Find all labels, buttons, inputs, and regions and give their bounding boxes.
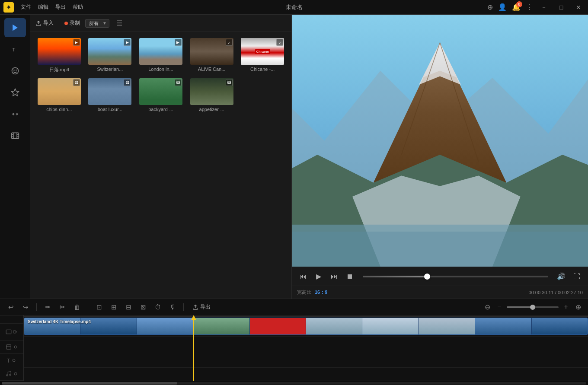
current-time: 00:00:30.11 [529,290,554,295]
media-label: 日落.mp4 [38,67,81,73]
media-label: Switzerlan... [88,67,131,72]
media-thumb: Chicane ♪ [241,38,284,65]
grid-button[interactable]: ⊟ [123,302,134,313]
sidebar-item-text[interactable]: T [4,40,26,59]
menu-edit[interactable]: 编辑 [38,3,48,11]
media-label: boat-luxur... [88,107,131,112]
stop-button[interactable]: ⏹ [344,270,356,283]
zoom-fill [507,306,533,308]
import-action[interactable]: 导入 [35,19,54,27]
svg-point-2 [12,68,18,74]
cut-button[interactable]: ✂ [57,302,68,313]
minimize-button[interactable]: － [538,1,550,13]
media-label: appetizer-... [190,107,233,112]
sidebar-item-sticker[interactable] [4,61,26,80]
time-mark: 00:00:32.00 [201,315,222,316]
progress-bar[interactable] [363,276,548,277]
media-thumb: ▶ [38,38,81,65]
media-item[interactable]: ▶ London in... [135,35,186,76]
menu-help[interactable]: 帮助 [73,3,83,11]
split-button[interactable]: ⊞ [108,302,119,313]
media-thumb: 🖼 [38,78,81,105]
forward-button[interactable]: ⏭ [328,270,340,283]
media-item[interactable]: 🖼 backyard-... [135,76,186,115]
clip-segment [475,318,531,334]
overlay-track-label [0,340,23,354]
video-track-label [0,324,23,340]
timer-button[interactable]: ⏱ [152,302,163,313]
export-button[interactable]: 导出 [189,302,214,312]
zoom-in-button2[interactable]: ⊕ [573,302,583,312]
sidebar-item-media[interactable] [4,18,26,37]
more-icon[interactable]: ⋮ [526,3,533,11]
crop-button[interactable]: ⊡ [93,302,105,313]
tracks-body: Switzerland 4K Timelapse.mp4 [24,317,588,381]
media-item[interactable]: 🖼 boat-luxur... [85,76,136,115]
zoom-in-button[interactable]: ＋ [561,302,571,312]
zoom-thumb [530,305,535,310]
menu-file[interactable]: 文件 [21,3,31,11]
progress-thumb [424,274,430,280]
media-item[interactable]: 🖼 appetizer-... [186,76,237,115]
close-button[interactable]: ✕ [572,1,585,13]
media-thumb: ▶ [139,38,182,65]
ruler-label [0,315,23,324]
connect-icon[interactable]: ⊕ [487,3,493,11]
zoom-slider[interactable] [507,306,559,308]
tl-divider [36,303,37,311]
svg-point-33 [14,372,17,375]
play-button[interactable]: ▶ [313,270,325,283]
copy-button[interactable]: ⊠ [137,302,149,313]
media-thumb: ▶ [88,38,131,65]
main-video-clip[interactable]: Switzerland 4K Timelapse.mp4 [24,318,588,335]
time-mark: 00:00:16.00 [108,315,128,316]
media-thumb: 🖼 [139,78,182,105]
sidebar-item-effects[interactable] [4,83,26,102]
ratio-label: 宽高比 [297,289,311,296]
fullscreen-button[interactable]: ⛶ [571,270,583,283]
undo-button[interactable]: ↩ [5,302,16,313]
media-item[interactable]: ▶ 日落.mp4 [34,35,85,76]
sidebar-item-film[interactable] [4,126,26,145]
media-item[interactable]: ▶ Switzerlan... [85,35,136,76]
timeline-toolbar: ↩ ↪ ✏ ✂ 🗑 ⊡ ⊞ ⊟ ⊠ ⏱ 🎙 导出 ⊖ － ＋ ⊕ [0,299,588,315]
notification-icon[interactable]: 🔔 8 [512,3,521,11]
record-action[interactable]: 录制 [64,19,80,27]
media-item[interactable]: ♪ ALIVE Can... [186,35,237,76]
track-labels: T [0,315,24,381]
mic-button[interactable]: 🎙 [167,302,178,313]
volume-button[interactable]: 🔊 [555,270,567,283]
menu-export[interactable]: 导出 [55,3,66,11]
bottom-scrollbar [0,381,588,385]
user-icon[interactable]: 👤 [498,3,507,11]
media-label: London in... [139,67,182,72]
thumb-type-icon: ▶ [73,39,80,46]
notification-badge: 8 [516,1,522,7]
app-title: 未命名 [286,3,303,11]
svg-text:T: T [12,47,15,52]
sidebar-item-transition[interactable] [4,105,26,124]
filter-select[interactable]: 所有 视频 图片 音频 [85,19,109,28]
edit-button[interactable]: ✏ [42,302,53,313]
rewind-button[interactable]: ⏮ [297,270,309,283]
zoom-out-button[interactable]: ⊖ [483,302,492,312]
titlebar-right: ⊕ 👤 🔔 8 ⋮ － □ ✕ [487,1,585,13]
media-label: Chicane -... [241,67,284,72]
preview-controls: ⏮ ▶ ⏭ ⏹ 🔊 ⛶ [292,267,588,286]
maximize-button[interactable]: □ [555,1,567,13]
ratio-value: 16：9 [315,289,327,296]
titlebar-left: ✦ 文件 编辑 导出 帮助 [3,2,83,13]
zoom-controls: ⊖ － ＋ ⊕ [483,302,583,312]
media-item[interactable]: 🖼 chips-dinn... [34,76,85,115]
delete-button[interactable]: 🗑 [71,302,83,313]
app-logo: ✦ [3,2,14,13]
thumb-type-icon: 🖼 [73,79,80,86]
media-item[interactable]: Chicane ♪ Chicane -... [237,35,288,76]
redo-button[interactable]: ↪ [20,302,31,313]
scroll-track[interactable] [2,382,586,385]
zoom-out-button2[interactable]: － [495,302,504,312]
scroll-thumb[interactable] [2,382,177,385]
time-mark: 00:00:00.00 [24,315,34,316]
thumb-type-icon: 🖼 [175,79,182,86]
media-menu-icon[interactable]: ☰ [116,19,122,27]
